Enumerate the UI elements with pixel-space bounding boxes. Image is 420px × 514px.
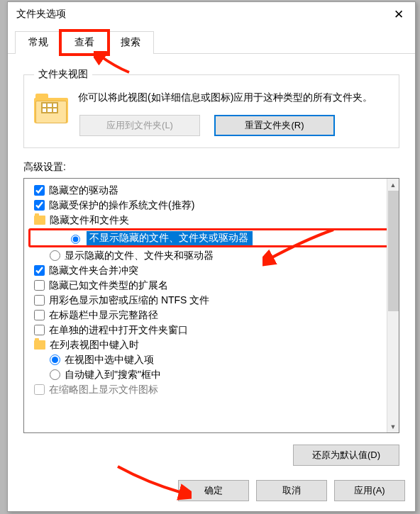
dialog-title: 文件夹选项 [16,8,66,21]
advanced-settings-tree[interactable]: 隐藏空的驱动器 隐藏受保护的操作系统文件(推荐) 隐藏文件和文件夹 不显示隐藏的… [23,178,399,433]
titlebar: 文件夹选项 ✕ [8,2,415,26]
tab-search[interactable]: 搜索 [107,31,154,54]
opt-thumb-cut[interactable]: 在缩略图上显示文件图标 [28,382,397,397]
opt-dont-show-hidden[interactable]: 不显示隐藏的文件、文件夹或驱动器 [31,230,395,245]
folder-icon [34,216,45,225]
apply-to-folders-button[interactable]: 应用到文件夹(L) [79,115,200,136]
tab-general[interactable]: 常规 [15,31,62,54]
checkbox-separate-process[interactable] [34,325,45,335]
radio-type-auto-search[interactable] [50,369,60,380]
tab-view[interactable]: 查看 [61,31,108,54]
opt-hide-empty-drives[interactable]: 隐藏空的驱动器 [28,183,397,198]
reset-folders-button[interactable]: 重置文件夹(R) [214,115,335,136]
close-icon: ✕ [394,7,404,22]
apply-button[interactable]: 应用(A) [334,480,405,501]
radio-show-hidden[interactable] [50,250,60,261]
group-type-in-list[interactable]: 在列表视图中键入时 [28,337,397,352]
scroll-up-icon[interactable]: ▲ [387,179,399,191]
tree-scrollbar[interactable]: ▲ ▼ [387,179,399,432]
checkbox-hide-known-ext[interactable] [34,280,45,291]
cancel-button[interactable]: 取消 [256,480,327,501]
group-hidden-files[interactable]: 隐藏文件和文件夹 [28,213,397,228]
advanced-settings-label: 高级设置: [23,161,399,174]
scroll-down-icon[interactable]: ▼ [387,420,399,432]
opt-hide-merge-conflict[interactable]: 隐藏文件夹合并冲突 [28,263,397,278]
opt-hide-protected-os[interactable]: 隐藏受保护的操作系统文件(推荐) [28,198,397,213]
tab-bar: 常规 查看 搜索 [8,26,415,54]
opt-full-path-title[interactable]: 在标题栏中显示完整路径 [28,308,397,323]
checkbox-thumb-cut[interactable] [34,384,45,395]
checkbox-hide-empty-drives[interactable] [34,185,45,196]
checkbox-hide-protected-os[interactable] [34,200,45,211]
opt-hide-known-ext[interactable]: 隐藏已知文件类型的扩展名 [28,278,397,293]
folder-icon [34,340,45,350]
radio-type-select[interactable] [50,354,60,365]
restore-defaults-button[interactable]: 还原为默认值(D) [293,445,399,466]
opt-show-hidden[interactable]: 显示隐藏的文件、文件夹和驱动器 [28,248,397,263]
highlight-dont-show-hidden: 不显示隐藏的文件、文件夹或驱动器 [28,228,397,247]
dialog-footer: 确定 取消 应用(A) [8,476,415,511]
opt-type-select[interactable]: 在视图中选中键入项 [28,352,397,367]
opt-type-auto-search[interactable]: 自动键入到"搜索"框中 [28,367,397,382]
folder-view-description: 你可以将此视图(如详细信息或图标)应用于这种类型的所有文件夹。 [78,89,389,105]
checkbox-hide-merge-conflict[interactable] [34,265,45,276]
radio-dont-show-hidden[interactable] [71,235,80,244]
folder-view-group: 文件夹视图 你可以将此视图(如详细信息或图标)应用于这种类型的所有文件夹。 应用… [23,68,399,148]
checkbox-full-path-title[interactable] [34,310,45,320]
scroll-thumb[interactable] [388,191,399,311]
folder-options-dialog: 文件夹选项 ✕ 常规 查看 搜索 文件夹视图 你可以将此视图(如详细信息或图标)… [7,1,416,512]
opt-separate-process[interactable]: 在单独的进程中打开文件夹窗口 [28,323,397,337]
folder-view-legend: 文件夹视图 [34,68,92,81]
opt-ntfs-color[interactable]: 用彩色显示加密或压缩的 NTFS 文件 [28,293,397,308]
ok-button[interactable]: 确定 [178,480,249,501]
folder-icon [34,94,68,123]
tab-content: 文件夹视图 你可以将此视图(如详细信息或图标)应用于这种类型的所有文件夹。 应用… [8,54,415,476]
close-button[interactable]: ✕ [382,4,415,25]
checkbox-ntfs-color[interactable] [34,295,45,306]
